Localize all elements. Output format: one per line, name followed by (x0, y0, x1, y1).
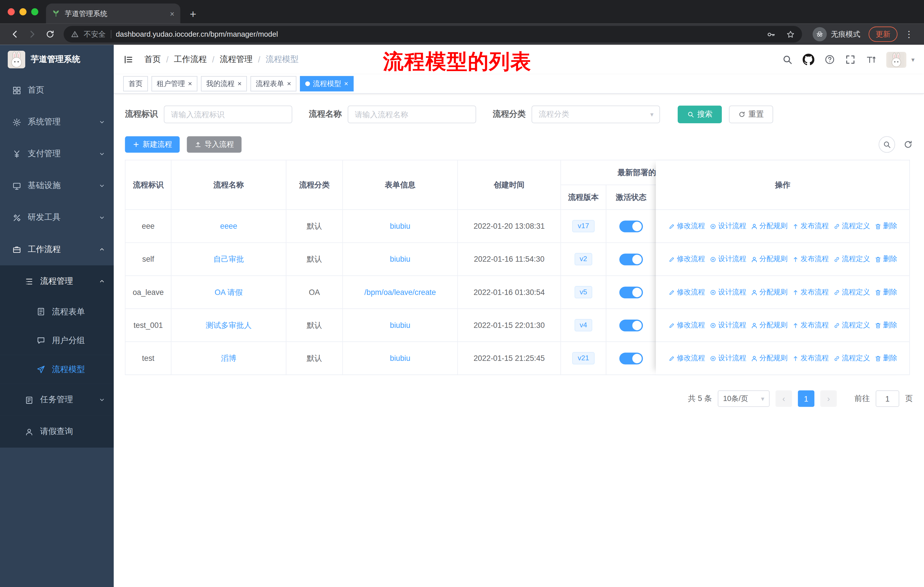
form-link[interactable]: biubiu (390, 255, 410, 264)
sidebar-item-process-manage[interactable]: 流程管理 (0, 265, 114, 297)
sidebar-collapse-button[interactable] (123, 54, 134, 65)
action-publish[interactable]: 发布流程 (792, 320, 829, 330)
action-definition[interactable]: 流程定义 (833, 287, 870, 297)
address-bar[interactable]: 不安全 dashboard.yudao.iocoder.cn/bpm/manag… (64, 26, 802, 43)
create-process-button[interactable]: 新建流程 (125, 136, 180, 153)
sidebar-item-system[interactable]: 系统管理 (0, 106, 114, 138)
action-definition[interactable]: 流程定义 (833, 221, 870, 231)
sidebar-item-dev-tools[interactable]: 研发工具 (0, 202, 114, 233)
tags-view-item[interactable]: 流程模型× (300, 76, 353, 91)
tags-view-item[interactable]: 首页 (123, 76, 148, 91)
action-delete[interactable]: 删除 (874, 353, 897, 363)
action-publish[interactable]: 发布流程 (792, 353, 829, 363)
browser-tab[interactable]: 芋道管理系统 × (46, 3, 180, 23)
action-publish[interactable]: 发布流程 (792, 221, 829, 231)
forward-button[interactable] (28, 30, 37, 39)
active-toggle[interactable] (619, 253, 643, 265)
action-design[interactable]: 设计流程 (709, 320, 746, 330)
sidebar-item-payment[interactable]: 支付管理 (0, 138, 114, 170)
close-tag-icon[interactable]: × (188, 80, 192, 88)
fullscreen-icon[interactable] (845, 54, 856, 65)
action-publish[interactable]: 发布流程 (792, 254, 829, 264)
close-window-button[interactable] (8, 8, 15, 15)
bookmark-star-icon[interactable] (786, 30, 795, 39)
action-definition[interactable]: 流程定义 (833, 320, 870, 330)
app-logo[interactable]: 芋道管理系统 (0, 45, 114, 74)
update-button[interactable]: 更新 (869, 26, 898, 42)
action-modify[interactable]: 修改流程 (668, 320, 705, 330)
action-delete[interactable]: 删除 (874, 221, 897, 231)
new-tab-button[interactable]: + (190, 8, 196, 20)
form-link[interactable]: biubiu (390, 321, 410, 330)
tags-view-item[interactable]: 流程表单× (250, 76, 297, 91)
goto-page-input[interactable] (876, 390, 899, 407)
browser-menu-kebab-icon[interactable]: ⋮ (904, 29, 913, 40)
process-name-link[interactable]: 测试多审批人 (206, 320, 251, 331)
tab-close-icon[interactable]: × (170, 9, 175, 18)
process-name-link[interactable]: OA 请假 (214, 287, 243, 298)
reload-button[interactable] (45, 30, 55, 39)
breadcrumb-item-workflow[interactable]: 工作流程 (174, 54, 207, 65)
zoom-window-button[interactable] (31, 8, 38, 15)
process-name-link[interactable]: 自己审批 (213, 254, 244, 265)
category-select[interactable]: 流程分类 ▾ (531, 106, 660, 123)
sidebar-item-process-form[interactable]: 流程表单 (0, 297, 114, 326)
process-key-input[interactable] (164, 106, 292, 123)
help-icon[interactable] (825, 54, 835, 65)
toggle-search-button[interactable] (879, 136, 895, 153)
action-modify[interactable]: 修改流程 (668, 254, 705, 264)
action-modify[interactable]: 修改流程 (668, 221, 705, 231)
action-design[interactable]: 设计流程 (709, 254, 746, 264)
close-tag-icon[interactable]: × (238, 80, 241, 88)
action-definition[interactable]: 流程定义 (833, 353, 870, 363)
page-size-select[interactable]: 10条/页 ▾ (718, 390, 770, 407)
search-button[interactable]: 搜索 (678, 106, 722, 123)
active-toggle[interactable] (619, 319, 643, 331)
action-publish[interactable]: 发布流程 (792, 287, 829, 297)
font-size-icon[interactable] (866, 54, 876, 65)
sidebar-item-task-manage[interactable]: 任务管理 (0, 384, 114, 416)
next-page-button[interactable]: › (820, 390, 837, 407)
process-name-link[interactable]: eeee (220, 222, 238, 231)
back-button[interactable] (10, 30, 20, 39)
tags-view-item[interactable]: 我的流程× (201, 76, 247, 91)
active-toggle[interactable] (619, 286, 643, 298)
action-design[interactable]: 设计流程 (709, 353, 746, 363)
sidebar-item-workflow[interactable]: 工作流程 (0, 233, 114, 265)
process-name-input[interactable] (348, 106, 476, 123)
minimize-window-button[interactable] (20, 8, 26, 15)
breadcrumb-item-home[interactable]: 首页 (144, 54, 161, 65)
action-delete[interactable]: 删除 (874, 287, 897, 297)
sidebar-item-process-model[interactable]: 流程模型 (0, 355, 114, 384)
action-delete[interactable]: 删除 (874, 254, 897, 264)
action-assign-rule[interactable]: 分配规则 (751, 221, 788, 231)
password-key-icon[interactable] (767, 30, 776, 39)
page-number-1[interactable]: 1 (798, 390, 815, 407)
sidebar-item-leave-query[interactable]: 请假查询 (0, 416, 114, 447)
form-link[interactable]: /bpm/oa/leave/create (364, 288, 436, 297)
action-assign-rule[interactable]: 分配规则 (751, 320, 788, 330)
action-design[interactable]: 设计流程 (709, 287, 746, 297)
sidebar-item-home[interactable]: 首页 (0, 74, 114, 106)
action-modify[interactable]: 修改流程 (668, 287, 705, 297)
sidebar-item-user-group[interactable]: 用户分组 (0, 326, 114, 355)
action-modify[interactable]: 修改流程 (668, 353, 705, 363)
close-tag-icon[interactable]: × (287, 80, 291, 88)
action-assign-rule[interactable]: 分配规则 (751, 287, 788, 297)
action-assign-rule[interactable]: 分配规则 (751, 353, 788, 363)
form-link[interactable]: biubiu (390, 354, 410, 362)
close-tag-icon[interactable]: × (344, 80, 348, 88)
user-avatar[interactable] (886, 51, 906, 68)
action-definition[interactable]: 流程定义 (833, 254, 870, 264)
sidebar-item-infrastructure[interactable]: 基础设施 (0, 170, 114, 202)
active-toggle[interactable] (619, 352, 643, 364)
reset-button[interactable]: 重置 (729, 106, 773, 123)
refresh-table-button[interactable] (903, 140, 913, 149)
github-icon[interactable] (803, 54, 815, 65)
search-icon[interactable] (782, 54, 793, 65)
prev-page-button[interactable]: ‹ (776, 390, 792, 407)
form-link[interactable]: biubiu (390, 222, 410, 231)
active-toggle[interactable] (619, 220, 643, 232)
action-design[interactable]: 设计流程 (709, 221, 746, 231)
action-assign-rule[interactable]: 分配规则 (751, 254, 788, 264)
